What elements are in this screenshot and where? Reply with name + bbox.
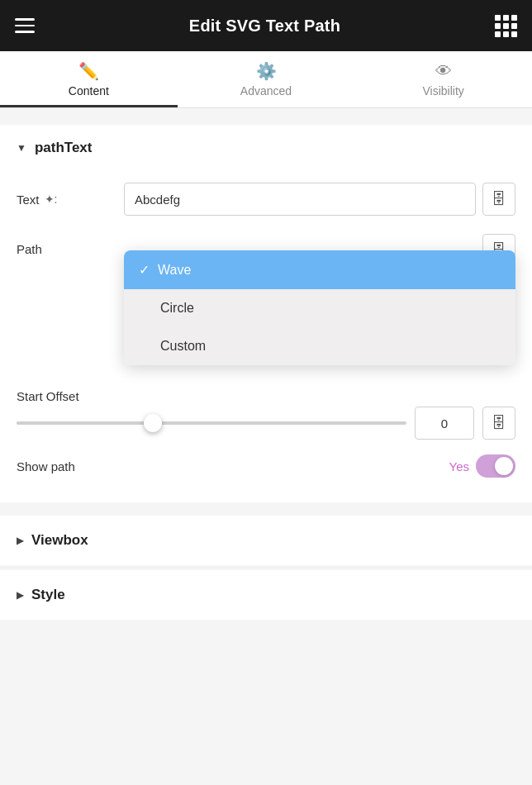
database-icon: 🗄 [492, 191, 506, 208]
text-field-row: Text ✦: 🗄 [17, 171, 515, 227]
pathtext-arrow-icon: ▼ [17, 142, 26, 154]
path-dropdown-menu: ✓ Wave Circle Custom [124, 250, 515, 365]
dropdown-option-circle[interactable]: Circle [124, 289, 515, 327]
start-offset-label: Start Offset [17, 389, 124, 403]
show-path-label: Show path [17, 459, 449, 473]
path-field-row: Path ✓ Wave Circle [17, 227, 515, 278]
tab-advanced-label: Advanced [240, 84, 292, 98]
ai-sparkle-icon: ✦: [45, 193, 58, 206]
show-path-toggle[interactable] [476, 454, 515, 478]
path-control: ✓ Wave Circle Custom [124, 234, 515, 267]
slider-track-wrapper [17, 415, 406, 431]
viewbox-section: ▶ Viewbox [0, 516, 532, 565]
text-input[interactable] [124, 183, 476, 216]
database-icon-offset: 🗄 [492, 415, 506, 432]
pathtext-section-title: pathText [35, 140, 93, 156]
gear-icon: ⚙️ [256, 63, 277, 79]
text-label: Text ✦: [17, 193, 124, 207]
pathtext-section-header[interactable]: ▼ pathText [0, 125, 532, 171]
pathtext-section-content: Text ✦: 🗄 Path [0, 171, 532, 486]
section-gap-2 [0, 567, 532, 569]
tab-visibility[interactable]: 👁 Visibility [354, 51, 532, 107]
pencil-icon: ✏️ [78, 63, 99, 79]
slider-thumb[interactable] [144, 414, 162, 432]
viewbox-section-title: Viewbox [31, 532, 88, 549]
slider-number-display: 0 [415, 407, 474, 440]
eye-icon: 👁 [435, 63, 452, 79]
grid-menu-icon[interactable] [495, 15, 517, 37]
style-section-header[interactable]: ▶ Style [0, 570, 532, 620]
text-db-icon[interactable]: 🗄 [482, 183, 515, 216]
tab-content-label: Content [69, 84, 109, 98]
style-arrow-icon: ▶ [17, 590, 23, 601]
tab-bar: ✏️ Content ⚙️ Advanced 👁 Visibility [0, 51, 532, 108]
checkmark-icon: ✓ [139, 262, 150, 278]
page-title: Edit SVG Text Path [189, 17, 340, 36]
slider-fill [17, 421, 153, 425]
app-header: Edit SVG Text Path [0, 0, 532, 51]
text-control: 🗄 [124, 183, 515, 216]
start-offset-label-row: Start Offset [17, 378, 515, 407]
dropdown-option-custom[interactable]: Custom [124, 327, 515, 365]
start-offset-slider-row: 0 🗄 [17, 407, 515, 440]
tab-visibility-label: Visibility [423, 84, 464, 98]
path-label: Path [17, 234, 124, 256]
style-section-title: Style [31, 587, 65, 603]
toggle-yes-label: Yes [449, 459, 469, 473]
pathtext-section: ▼ pathText Text ✦: 🗄 Path [0, 125, 532, 502]
tab-advanced[interactable]: ⚙️ Advanced [178, 51, 355, 107]
offset-db-icon[interactable]: 🗄 [482, 407, 515, 440]
main-content: ▼ pathText Text ✦: 🗄 Path [0, 108, 532, 620]
style-section: ▶ Style [0, 570, 532, 620]
dropdown-option-wave[interactable]: ✓ Wave [124, 250, 515, 289]
hamburger-menu-icon[interactable] [15, 18, 35, 33]
section-gap-1 [0, 502, 532, 516]
show-path-control: Yes [449, 454, 515, 478]
show-path-row: Show path Yes [17, 440, 515, 486]
slider-track [17, 421, 406, 425]
viewbox-section-header[interactable]: ▶ Viewbox [0, 516, 532, 565]
viewbox-arrow-icon: ▶ [17, 535, 23, 546]
tab-content[interactable]: ✏️ Content [0, 51, 178, 107]
